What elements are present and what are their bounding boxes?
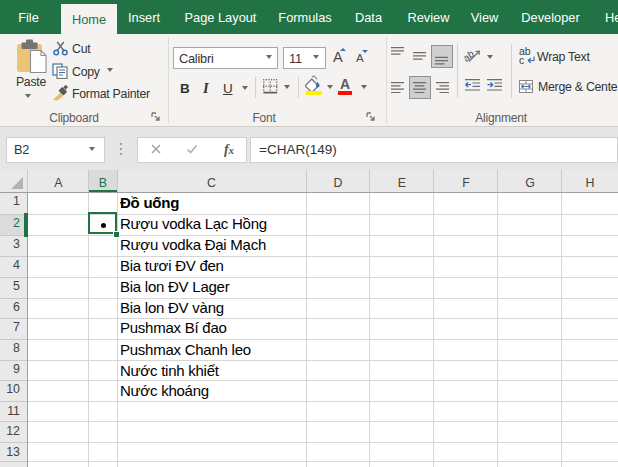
svg-text:c: c [519,54,524,65]
